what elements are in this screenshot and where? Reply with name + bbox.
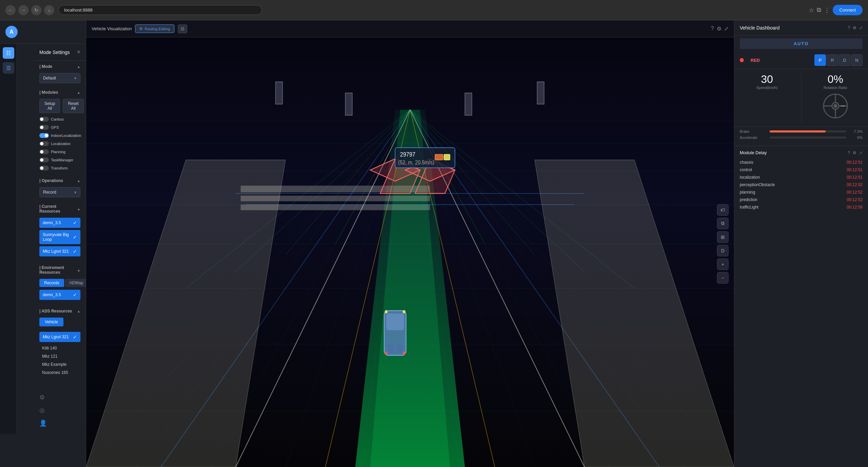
svg-line-56 [236,110,410,272]
svg-marker-34 [370,159,420,181]
gear-n-button[interactable]: N [851,54,863,66]
env-resources-section-header[interactable]: | Enviroment Resources ▲ [34,262,86,277]
refresh-button[interactable]: ↻ [31,5,41,15]
vehicle-kitti140[interactable]: Kitti 140 [39,344,80,352]
demo35-check-icon: ✓ [73,220,77,226]
brake-row: Brake -7.3% [740,129,863,133]
brake-label: Brake [740,129,767,133]
address-bar[interactable] [58,5,262,15]
extension-button[interactable]: ⧉ [817,6,821,14]
forward-button[interactable]: → [18,5,29,15]
vehicle-mkz121[interactable]: Mkz 121 [39,352,80,360]
operations-dropdown[interactable]: Record [39,187,80,197]
delay-localization-name: localization [740,175,760,180]
gps-toggle[interactable] [39,125,49,130]
viz-help-icon[interactable]: ? [711,25,714,32]
content-area: Vehicle Visualization ⊞ Routing Editing … [86,20,734,467]
gear-r-button[interactable]: R [827,54,838,66]
gear-p-button[interactable]: P [814,54,826,66]
vehicle-mkzexample[interactable]: Mkz Example [39,360,80,369]
operations-section-header[interactable]: | Operations ▲ [34,175,86,185]
indoorlocalization-label: IndoorLocalization [51,133,81,138]
modules-section-header[interactable]: | Modules ▲ [34,87,86,97]
brake-value: -7.3% [849,129,863,133]
ads-vehicle-button[interactable]: Vehicle [39,318,63,326]
grid-overlay [86,277,734,467]
dashboard-expand-icon[interactable]: ⤢ [859,25,863,30]
current-resource-mkz321-label: Mkz Lgsvl 321 [43,249,69,254]
dashboard-title: Vehicle Dashboard [740,25,780,31]
mode-section-header[interactable]: | Mode ▲ [34,61,86,71]
module-delay-settings-icon[interactable]: ⚙ [853,150,856,155]
hdmap-tab[interactable]: HDMap [65,279,86,287]
reset-all-button[interactable]: Reset All [63,99,83,113]
module-delay-icons: ? ⚙ ⤢ [848,150,863,155]
brake-bar-fill [770,130,826,132]
delay-localization-value: 00:12:51 [847,175,863,180]
dashboard-settings-icon[interactable]: ⚙ [853,25,856,30]
records-tab[interactable]: Records [39,279,64,287]
location-icon-button[interactable]: ◎ [39,407,80,414]
taskmanager-label: TaskManager [51,158,73,162]
svg-point-69 [833,104,837,108]
mode-section-content: Default ▼ [34,71,86,87]
tool-layers-button[interactable]: ⧉ [717,218,729,229]
routing-editing-button[interactable]: ⊞ Routing Editing [135,24,174,33]
current-resource-demo35[interactable]: demo_3.5 ✓ [39,218,80,228]
svg-marker-36 [405,159,455,181]
bookmark-button[interactable]: ☆ [809,6,814,14]
delay-chassis-name: chassis [740,160,753,165]
svg-rect-54 [444,155,450,160]
current-resources-section-header[interactable]: | Current Resources ▲ [34,201,86,216]
gear-d-button[interactable]: D [839,54,850,66]
module-delay-header: Module Delay ? ⚙ ⤢ [740,150,863,155]
taskmanager-toggle[interactable] [39,158,49,162]
connect-button[interactable]: Connect [833,5,863,15]
modules-section-content: Setup All Reset All Canbus Control [34,97,86,175]
localization-toggle[interactable] [39,141,49,146]
panel-title: Mode Settings [39,50,70,55]
menu-button[interactable]: ⋮ [824,6,830,14]
env-resources-title: | Enviroment Resources [39,265,77,275]
settings-icon-button[interactable]: ⚙ [39,394,80,401]
viz-settings-icon[interactable]: ⚙ [717,25,721,32]
planning-toggle[interactable] [39,149,49,154]
dashboard-help-icon[interactable]: ? [848,25,850,30]
nav-list-button[interactable]: ☰ [3,62,14,74]
viz-extra-button[interactable]: ⊡ [178,24,187,33]
vehicle-nuscenes165[interactable]: Nuscenes 165 [39,369,80,377]
svg-rect-33 [241,204,430,210]
transform-toggle[interactable] [39,166,49,170]
back-button[interactable]: ← [5,5,16,15]
user-icon-button[interactable]: 👤 [39,419,80,427]
current-resource-mkz321[interactable]: Mkz Lgsvl 321 ✓ [39,246,80,256]
viz-expand-icon[interactable]: ⤢ [724,25,729,32]
module-localization: Localization [39,140,81,147]
canbus-toggle[interactable] [39,117,49,122]
tool-zoom-in-button[interactable]: + [717,258,729,270]
panel-close-button[interactable]: × [77,49,80,56]
speed-value: 30 [761,73,773,86]
tool-zoom-out-button[interactable]: − [717,272,729,284]
current-resource-sunnyvale[interactable]: Sunnyvale Big Loop ✓ [39,230,80,244]
delay-chassis-value: 00:12:51 [847,160,863,165]
module-delay-help-icon[interactable]: ? [848,150,850,155]
ads-mkz321-button[interactable]: Mkz Lgsvl 321 ✓ [39,332,80,342]
home-button[interactable]: ⌂ [44,5,54,15]
mode-dropdown[interactable]: Default [39,73,80,83]
tool-camera-button[interactable]: ⊞ [717,231,729,243]
ads-resources-section-header[interactable]: | ADS Resources ▲ [34,305,86,316]
delay-prediction-row: prediction 00:12:52 [740,196,863,203]
modules-btn-row: Setup All Reset All [39,99,80,113]
ads-mkz321-check-icon: ✓ [73,334,77,340]
env-demo35-button[interactable]: demo_3.5 ✓ [39,290,80,300]
delay-planning-row: planning 00:12:52 [740,188,863,196]
module-delay-expand-icon[interactable]: ⤢ [859,150,863,155]
accel-bar-bg [770,137,846,139]
setup-all-button[interactable]: Setup All [39,99,60,113]
nav-dashboard-button[interactable]: ☷ [3,47,14,59]
tool-tag-button[interactable]: 🏷 [717,204,729,216]
tool-data-button[interactable]: D [717,245,729,256]
indoorlocalization-toggle[interactable] [39,133,49,138]
svg-rect-31 [241,186,430,193]
